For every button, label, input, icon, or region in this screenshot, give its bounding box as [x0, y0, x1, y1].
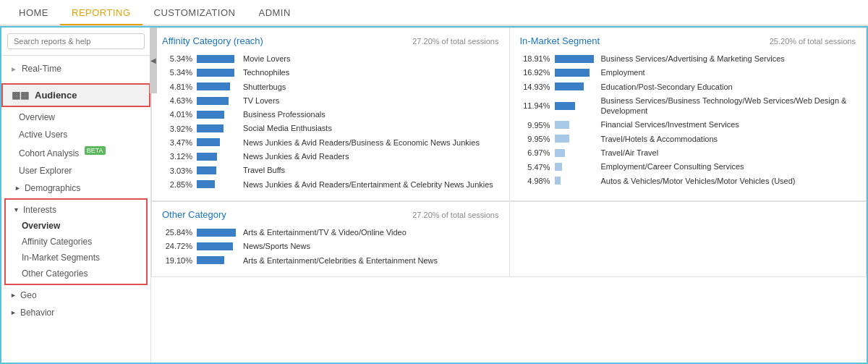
row-bar-wrap — [197, 55, 237, 63]
tri-right-behavior-icon: ► — [10, 309, 17, 316]
tri-right-icon: ► — [14, 185, 21, 192]
table-row: 6.97% Travel/Air Travel — [520, 148, 856, 158]
nav-customization[interactable]: CUSTOMIZATION — [142, 0, 247, 25]
row-label: Business Professionals — [243, 109, 499, 119]
row-bar — [555, 163, 562, 171]
nav-admin[interactable]: ADMIN — [247, 0, 302, 25]
table-row: 2.85% News Junkies & Avid Readers/Entert… — [162, 179, 499, 190]
sidebar-item-in-market-segments[interactable]: In-Market Segments — [6, 250, 146, 266]
top-nav: HOME REPORTING CUSTOMIZATION ADMIN — [0, 0, 868, 26]
row-bar — [555, 177, 561, 185]
sidebar-item-active-users[interactable]: Active Users — [1, 126, 150, 143]
row-label: Financial Services/Investment Services — [601, 119, 856, 130]
row-bar — [197, 82, 230, 90]
row-bar-wrap — [555, 149, 595, 157]
row-pct: 5.47% — [520, 163, 550, 172]
nav-reporting[interactable]: REPORTING — [60, 1, 142, 25]
sidebar-item-interests-overview[interactable]: Overview — [6, 218, 146, 234]
row-bar — [555, 69, 590, 77]
row-pct: 5.34% — [162, 68, 192, 77]
row-bar-wrap — [555, 135, 595, 143]
row-pct: 2.85% — [162, 180, 192, 189]
main-content: ◀ Affinity Category (reach) 27.20% of to… — [151, 27, 867, 363]
row-bar — [555, 82, 584, 90]
row-bar — [197, 138, 220, 146]
table-row: 3.12% News Junkies & Avid Readers — [162, 151, 499, 161]
cohort-label: Cohort Analysis — [19, 148, 79, 158]
row-pct: 6.97% — [520, 148, 550, 157]
other-category-title: Other Category — [162, 209, 226, 220]
row-pct: 4.98% — [520, 177, 550, 185]
row-bar-wrap — [197, 69, 237, 77]
in-market-title: In-Market Segment — [520, 35, 600, 46]
row-label: News/Sports News — [243, 241, 499, 251]
row-bar-wrap — [197, 124, 237, 132]
row-pct: 19.10% — [162, 256, 192, 265]
sidebar-item-demographics[interactable]: ► Demographics — [1, 179, 150, 197]
row-label: Employment/Career Consulting Services — [601, 161, 856, 172]
tri-down-icon: ▼ — [13, 206, 20, 213]
sidebar-item-interests[interactable]: ▼ Interests — [6, 202, 146, 218]
table-row: 16.92% Employment — [520, 67, 856, 77]
interests-label: Interests — [23, 205, 56, 215]
affinity-sessions: 27.20% of total sessions — [412, 37, 498, 46]
content-grid: Affinity Category (reach) 27.20% of tota… — [151, 27, 867, 277]
other-category-panel: Other Category 27.20% of total sessions … — [151, 201, 509, 277]
nav-home[interactable]: HOME — [7, 0, 60, 25]
row-bar-wrap — [197, 166, 237, 174]
row-bar-wrap — [555, 163, 595, 171]
row-label: Arts & Entertainment/TV & Video/Online V… — [243, 227, 499, 237]
row-pct: 4.81% — [162, 82, 192, 91]
sidebar-item-affinity-categories[interactable]: Affinity Categories — [6, 234, 146, 250]
table-row: 11.94% Business Services/Business Techno… — [520, 96, 856, 117]
row-pct: 24.72% — [162, 242, 192, 250]
row-pct: 25.84% — [162, 228, 192, 237]
arrow-right-icon: ► — [10, 65, 17, 73]
row-bar-wrap — [555, 69, 595, 77]
search-box — [1, 27, 150, 56]
affinity-rows: 5.34% Movie Lovers 5.34% Technophiles 4.… — [162, 54, 499, 190]
row-bar — [555, 121, 569, 129]
sidebar-item-other-categories[interactable]: Other Categories — [6, 266, 146, 282]
other-category-panel-header: Other Category 27.20% of total sessions — [162, 209, 499, 220]
sidebar-item-realtime[interactable]: ► Real-Time — [1, 60, 150, 77]
sidebar-item-overview[interactable]: Overview — [1, 109, 150, 126]
sidebar-item-behavior[interactable]: ► Behavior — [1, 304, 150, 321]
table-row: 4.01% Business Professionals — [162, 109, 499, 119]
row-bar-wrap — [555, 82, 595, 90]
row-pct: 4.01% — [162, 110, 192, 119]
row-bar-wrap — [197, 229, 237, 237]
row-bar-wrap — [555, 121, 595, 129]
row-pct: 18.91% — [520, 54, 550, 63]
row-bar — [555, 135, 569, 143]
table-row: 3.47% News Junkies & Avid Readers/Busine… — [162, 137, 499, 148]
behavior-label: Behavior — [20, 308, 54, 318]
row-pct: 9.95% — [520, 121, 550, 130]
table-row: 4.98% Autos & Vehicles/Motor Vehicles/Mo… — [520, 176, 856, 186]
row-label: Business Services/Advertising & Marketin… — [601, 54, 856, 64]
sidebar-item-geo[interactable]: ► Geo — [1, 287, 150, 304]
sidebar-collapse-button[interactable]: ◀ — [151, 27, 157, 93]
affinity-panel-header: Affinity Category (reach) 27.20% of tota… — [162, 35, 499, 46]
sidebar-realtime-label: Real-Time — [22, 64, 61, 74]
row-pct: 3.92% — [162, 124, 192, 133]
sidebar-item-cohort[interactable]: Cohort Analysis BETA — [1, 143, 150, 162]
row-label: Technophiles — [243, 67, 499, 77]
row-pct: 3.47% — [162, 138, 192, 147]
row-bar — [197, 97, 229, 105]
table-row: 25.84% Arts & Entertainment/TV & Video/O… — [162, 227, 499, 237]
row-bar-wrap — [197, 111, 237, 119]
sidebar-item-user-explorer[interactable]: User Explorer — [1, 162, 150, 179]
row-bar-wrap — [197, 97, 237, 105]
table-row: 9.95% Financial Services/Investment Serv… — [520, 119, 856, 130]
row-label: Travel/Air Travel — [601, 148, 856, 158]
row-label: Travel Buffs — [243, 165, 499, 175]
sidebar-item-audience[interactable]: ▩▩ Audience — [1, 83, 150, 107]
in-market-panel: In-Market Segment 25.20% of total sessio… — [509, 27, 867, 201]
row-bar — [555, 102, 575, 110]
sidebar-audience-label: Audience — [35, 90, 77, 101]
row-bar — [197, 55, 234, 63]
row-pct: 11.94% — [520, 101, 550, 110]
search-input[interactable] — [7, 33, 145, 49]
other-category-sessions: 27.20% of total sessions — [412, 211, 498, 219]
